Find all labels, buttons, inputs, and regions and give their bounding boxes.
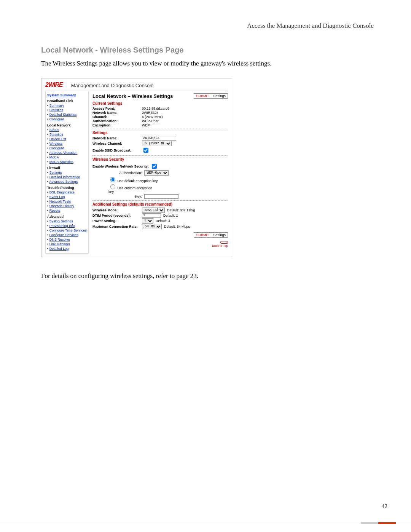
sidebar-item-resets[interactable]: Resets [49,209,60,212]
sidebar-item-detailed-log[interactable]: Detailed Log [49,247,69,251]
key-label: Key: [92,195,144,198]
set-nn-label: Network Name: [92,136,142,140]
mode-default: Default: 802.11b/g [167,208,195,212]
page-number: 42 [382,503,387,510]
auth-value: WEP-Open [142,119,159,123]
sidebar-item-fw-detailed[interactable]: Detailed Information [49,175,80,179]
security-heading: Wireless Security [92,157,228,161]
main-panel: SUBMIT Settings Local Network – Wireless… [89,92,232,254]
sidebar-item-configure[interactable]: Configure [49,117,64,121]
ch-label: Channel: [92,115,142,119]
ssid-broadcast-checkbox[interactable] [143,148,148,153]
enc-label: Encryption: [92,123,142,127]
sidebar: System Summary Broadband Link Summary St… [45,92,89,254]
sec-auth-label: Authentication: [92,171,144,175]
submit-button-top[interactable]: SUBMIT Settings [194,93,228,99]
sidebar-item-network-tests[interactable]: Network Tests [49,200,71,203]
document-header: Access the Management and Diagnostic Con… [41,22,374,30]
additional-heading: Additional Settings (defaults recommende… [92,202,228,206]
use-default-label: Use default encryption key [118,179,158,183]
sidebar-section-trouble: Troubleshooting [47,186,87,190]
sidebar-item-moca[interactable]: MoCA [49,155,59,159]
nn-label: Network Name: [92,111,142,115]
sidebar-item-syslog[interactable]: Syslog Settings [49,219,73,223]
sidebar-item-device-list[interactable]: Device List [49,137,66,141]
mode-select[interactable]: 802.11b/g [142,208,165,213]
wireless-channel-select[interactable]: 6 (2437 MHz) [142,141,172,146]
console-title: Management and Diagnostic Console [71,83,154,88]
sidebar-item-fw-settings[interactable]: Settings [49,171,62,174]
outro-text: For details on configuring wireless sett… [41,272,374,280]
nn-value: 2WIRE324 [142,111,159,115]
sidebar-section-advanced: Advanced [47,215,87,219]
use-custom-key-radio[interactable] [110,184,115,189]
page-title: Local Network - Wireless Settings Page [41,46,374,54]
brand-logo: 2WIRE [45,81,63,88]
dtim-input[interactable] [142,213,161,218]
sidebar-item-conf-time[interactable]: Configure Time Services [49,228,87,232]
power-label: Power Setting: [92,219,142,223]
sidebar-item-ln-configure[interactable]: Configure [49,146,64,150]
sidebar-item-provisioning[interactable]: Provisioning Info [49,224,75,228]
power-select[interactable]: 4 [142,218,153,224]
power-default: Default: 4 [156,219,170,223]
dtim-default: Default: 1 [163,214,178,217]
submit-button-bottom[interactable]: SUBMIT Settings [194,232,228,238]
console-screenshot: 2WIRE Management and Diagnostic Console … [41,78,232,257]
key-input[interactable] [144,194,178,199]
ap-value: 00:12:88:dd:ca:d9 [142,107,169,110]
sidebar-item-wireless[interactable]: Wireless [49,142,63,145]
scroll-indicator-icon [220,241,228,244]
settings-heading: Settings [92,131,228,135]
submit-label-b: SUBMIT [194,233,211,237]
sidebar-item-link-manager[interactable]: Link Manager [49,242,70,246]
sidebar-item-address-allocation[interactable]: Address Allocation [49,151,77,155]
sidebar-item-dsl-diag[interactable]: DSL Diagnostics [49,190,75,194]
sec-enable-label: Enable Wireless Network Security: [92,165,149,168]
mode-label: Wireless Mode: [92,208,142,212]
auth-select[interactable]: WEP-Open [144,170,169,176]
sidebar-item-ln-statistics[interactable]: Statistics [49,133,63,136]
back-to-top-link[interactable]: Back to Top [212,244,228,248]
sidebar-item-fw-advanced[interactable]: Advanced Settings [49,180,78,184]
enc-value: WEP [142,123,150,127]
ap-label: Access Point: [92,107,142,110]
auth-label: Authentication: [92,119,142,123]
intro-text: The Wireless Settings page allows you to… [41,60,374,67]
set-ch-label: Wireless Channel: [92,142,142,145]
sidebar-item-dns-resolve[interactable]: DNS Resolve [49,238,70,241]
sidebar-section-firewall: Firewall [47,166,87,170]
sidebar-item-conf-services[interactable]: Configure Services [49,233,78,237]
sidebar-item-upgrade-history[interactable]: Upgrade History [49,204,74,208]
use-default-key-radio[interactable] [110,177,115,182]
footer-rule [0,523,411,523]
settings-label: Settings [211,94,228,98]
enable-security-checkbox[interactable] [152,164,157,169]
sidebar-item-moca-statistics[interactable]: MoCA Statistics [49,160,73,164]
rate-label: Maximum Connection Rate: [92,225,142,228]
sidebar-section-local: Local Network [47,123,87,127]
sidebar-item-status[interactable]: Status [49,128,59,132]
settings-label-b: Settings [211,233,228,237]
submit-label: SUBMIT [194,94,211,98]
ch-value: 6 (2437 MHz) [142,115,163,119]
sidebar-item-detailed-statistics[interactable]: Detailed Statistics [49,113,77,117]
sidebar-system-summary[interactable]: System Summary [47,93,87,97]
sidebar-item-summary[interactable]: Summary [49,104,64,107]
rate-default: Default: 54 Mbps [164,225,190,228]
sidebar-section-broadband: Broadband Link [47,99,87,103]
sidebar-item-event-log[interactable]: Event Log [49,195,65,199]
sidebar-item-statistics[interactable]: Statistics [49,108,63,112]
network-name-input[interactable] [142,136,176,141]
ssid-label: Enable SSID Broadcast: [92,149,142,152]
current-settings-heading: Current Settings [92,101,228,105]
rate-select[interactable]: 54 Mbps [142,224,162,229]
dtim-label: DTIM Period (seconds): [92,214,142,217]
